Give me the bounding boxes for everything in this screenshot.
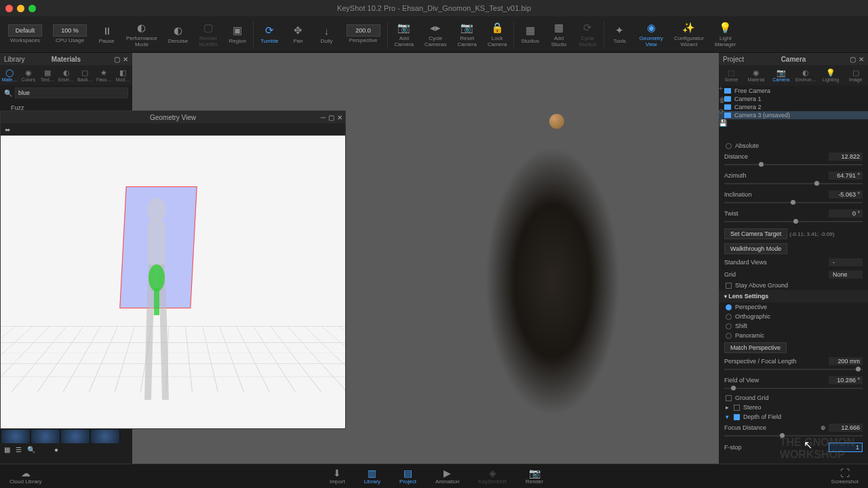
performance-button[interactable]: ◐Performance Mode [121, 18, 163, 52]
set-camera-target-button[interactable]: Set Camera Target [724, 228, 787, 239]
twist-slider[interactable] [724, 221, 863, 222]
camera-item-1[interactable]: Camera 1 [719, 95, 868, 103]
absolute-radio[interactable]: Absolute [719, 141, 868, 150]
keyshotxr-button[interactable]: ◈KeyShotXR [469, 466, 516, 486]
light-manager-button[interactable]: 💡Light Manager [709, 18, 742, 52]
stay-above-check[interactable]: Stay Above Ground [719, 281, 868, 290]
configurator-button[interactable]: ✨Configurator Wizard [669, 18, 709, 52]
close-icon[interactable] [5, 5, 13, 12]
search-input[interactable] [15, 87, 128, 98]
panoramic-radio[interactable]: Panoramic [719, 331, 868, 340]
tab-environment[interactable]: ◐Environ… [793, 65, 818, 85]
workspaces-button[interactable]: Workspaces [3, 18, 47, 52]
denoise-button[interactable]: ◐Denoise [163, 18, 193, 52]
cycle-studios-button[interactable]: ⟳Cycle Studios [573, 18, 602, 52]
import-button[interactable]: ⬇Import [320, 466, 355, 486]
material-thumb[interactable] [1, 430, 30, 443]
list-view-icon[interactable]: ☰ [16, 446, 22, 453]
popout-icon[interactable]: ▢ [114, 56, 120, 63]
size-slider[interactable]: ● [54, 446, 58, 453]
studios-button[interactable]: ▦Studios [515, 18, 545, 52]
add-studio-button[interactable]: ▦Add Studio [545, 18, 573, 52]
geometry-canvas[interactable] [1, 136, 345, 428]
camera-item-2[interactable]: Camera 2 [719, 103, 868, 111]
tab-favorites[interactable]: ★Favo… [94, 65, 113, 85]
distance-slider[interactable] [724, 164, 863, 165]
tab-material[interactable]: ◉Material [744, 65, 769, 85]
grid-select[interactable]: None [829, 270, 863, 279]
cpu-usage-button[interactable]: CPU Usage [47, 18, 92, 52]
perspective-button[interactable]: Perspective [341, 18, 386, 52]
tab-scene[interactable]: ⬚Scene [719, 65, 744, 85]
close-icon[interactable]: ✕ [859, 56, 864, 63]
tab-environments[interactable]: ◐Envir… [57, 65, 76, 85]
close-icon[interactable]: ✕ [337, 114, 342, 121]
lens-settings-header[interactable]: Lens Settings [719, 290, 868, 302]
refresh-icon[interactable]: ⟳ [719, 108, 728, 115]
focal-slider[interactable] [724, 369, 863, 370]
library-button[interactable]: ▥Library [355, 466, 390, 486]
tab-materials[interactable]: ◯Mate… [0, 65, 19, 85]
project-button[interactable]: ▤Project [390, 466, 426, 486]
pause-button[interactable]: ⏸Pause [92, 18, 121, 52]
tab-camera[interactable]: 📷Camera [768, 65, 793, 85]
match-perspective-button[interactable]: Match Perspective [724, 342, 787, 353]
tab-models[interactable]: ◧Mod… [113, 65, 132, 85]
maximize-icon[interactable]: ▢ [328, 114, 334, 121]
geometry-titlebar[interactable]: Geometry View ─▢✕ [1, 111, 345, 123]
screenshot-button[interactable]: ⛶Screenshot [822, 466, 868, 486]
move-tool-icon[interactable]: ⬌ [5, 126, 10, 134]
twist-value[interactable]: 0 ° [829, 209, 863, 218]
tab-image[interactable]: ▢Image [843, 65, 868, 85]
dof-check[interactable]: ▾Depth of Field [719, 412, 868, 422]
std-views-select[interactable]: - [829, 258, 863, 266]
material-thumb[interactable] [91, 430, 119, 443]
stereo-check[interactable]: ▸Stereo [719, 403, 868, 412]
tab-lighting[interactable]: 💡Lighting [818, 65, 844, 85]
inclination-slider[interactable] [724, 202, 863, 203]
target-icon[interactable]: ⊕ [821, 424, 826, 431]
search-icon[interactable]: 🔍 [27, 446, 35, 453]
dolly-button[interactable]: ↓Dolly [313, 18, 341, 52]
save-icon[interactable]: 💾 [719, 119, 728, 127]
popout-icon[interactable]: ▢ [850, 56, 856, 63]
perspective-radio[interactable]: Perspective [719, 302, 868, 312]
focus-dist-value[interactable]: 12.666 [829, 424, 863, 432]
inclination-value[interactable]: -5.063 ° [829, 190, 863, 199]
tumble-button[interactable]: ⟳Tumble [255, 18, 283, 52]
render-status-orb[interactable] [549, 114, 564, 129]
material-thumb[interactable] [61, 430, 90, 443]
orthographic-radio[interactable]: Orthographic [719, 312, 868, 321]
tab-colors[interactable]: ◉Colors [19, 65, 38, 85]
minimize-icon[interactable] [17, 5, 24, 12]
fov-slider[interactable] [724, 388, 863, 389]
geometry-view-button[interactable]: ◉Geometry View [634, 18, 669, 52]
camera-item-3[interactable]: Camera 3 (unsaved) [719, 111, 868, 119]
add-camera-button[interactable]: 📷Add Camera [389, 18, 419, 52]
cpu-input[interactable] [53, 24, 87, 37]
material-thumb[interactable] [31, 430, 60, 443]
add-icon[interactable]: + [719, 85, 728, 92]
distance-value[interactable]: 12.822 [829, 152, 863, 161]
animation-button[interactable]: ▶Animation [426, 466, 469, 486]
grid-view-icon[interactable]: ▦ [4, 446, 10, 453]
fov-value[interactable]: 10.286 ° [829, 376, 863, 384]
camera-item-free[interactable]: Free Camera [719, 87, 868, 95]
close-icon[interactable]: ✕ [123, 56, 128, 63]
maximize-icon[interactable] [28, 5, 36, 12]
pan-button[interactable]: ✥Pan [284, 18, 313, 52]
render-button[interactable]: 📷Render [516, 466, 553, 486]
azimuth-slider[interactable] [724, 183, 863, 184]
ground-grid-check[interactable]: Ground Grid [719, 393, 868, 403]
cycle-cameras-button[interactable]: ◂▸Cycle Cameras [419, 18, 452, 52]
render-nurbs-button[interactable]: ▢Render NURBS [193, 18, 223, 52]
focal-input[interactable] [347, 24, 380, 37]
azimuth-value[interactable]: 64.791 ° [829, 171, 863, 180]
lock-camera-button[interactable]: 🔒Lock Camera [482, 18, 512, 52]
focal-value[interactable]: 200 mm [829, 357, 863, 365]
tab-textures[interactable]: ▦Text… [38, 65, 57, 85]
tab-backplates[interactable]: ▢Back… [75, 65, 94, 85]
tools-button[interactable]: ✦Tools [606, 18, 634, 52]
workspace-select[interactable] [8, 24, 42, 37]
trash-icon[interactable]: 🗑 [719, 96, 728, 104]
